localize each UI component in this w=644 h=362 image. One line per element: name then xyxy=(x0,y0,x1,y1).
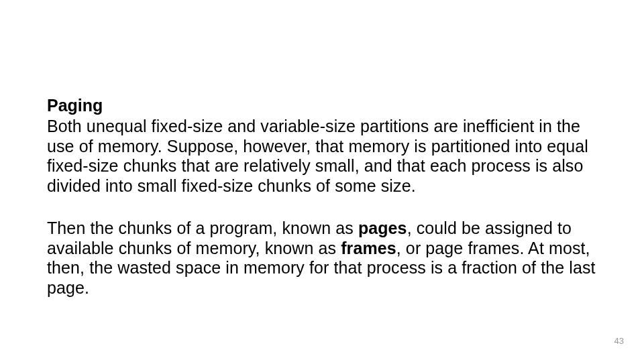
slide-content: Paging Both unequal fixed-size and varia… xyxy=(47,95,604,298)
paragraph-1: Both unequal fixed-size and variable-siz… xyxy=(47,117,604,196)
p2-text-a: Then the chunks of a program, known as xyxy=(47,219,358,237)
page-number: 43 xyxy=(614,336,624,346)
paragraph-2: Then the chunks of a program, known as p… xyxy=(47,219,604,298)
p2-bold-pages: pages xyxy=(358,219,407,237)
section-heading: Paging xyxy=(47,95,604,115)
p2-bold-frames: frames xyxy=(341,239,396,257)
